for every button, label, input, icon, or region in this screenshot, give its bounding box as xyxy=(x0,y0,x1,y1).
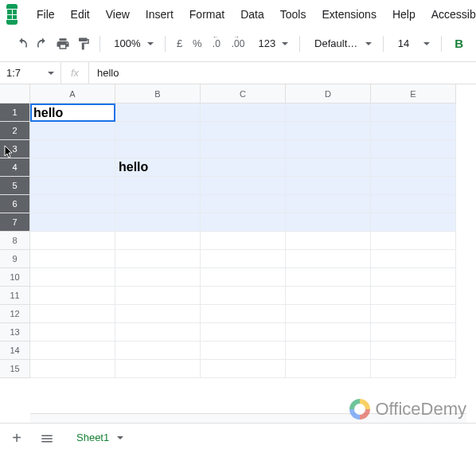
cell-E9[interactable] xyxy=(371,250,456,268)
cell-E14[interactable] xyxy=(371,342,456,360)
menu-accessibility[interactable]: Accessibility xyxy=(423,5,476,24)
menu-format[interactable]: Format xyxy=(181,5,232,24)
cell-E12[interactable] xyxy=(371,305,456,323)
cell-D6[interactable] xyxy=(286,195,371,213)
cell-C12[interactable] xyxy=(201,305,286,323)
cell-B2[interactable] xyxy=(115,122,201,140)
cell-C7[interactable] xyxy=(201,213,286,232)
cell-C9[interactable] xyxy=(201,250,286,268)
cell-A14[interactable] xyxy=(30,342,115,360)
zoom-dropdown[interactable]: 100% xyxy=(107,36,156,51)
cell-E7[interactable] xyxy=(371,213,456,232)
cell-B13[interactable] xyxy=(115,323,201,342)
cell-C4[interactable] xyxy=(201,158,286,177)
cell-A2[interactable] xyxy=(30,122,115,140)
cell-A15[interactable] xyxy=(30,360,115,378)
row-header-6[interactable]: 6 xyxy=(0,195,30,213)
column-header-D[interactable]: D xyxy=(286,84,371,103)
cell-D1[interactable] xyxy=(286,103,371,122)
cell-C2[interactable] xyxy=(201,122,286,140)
redo-button[interactable] xyxy=(35,34,51,53)
column-header-E[interactable]: E xyxy=(371,84,456,103)
cell-A5[interactable] xyxy=(30,177,115,195)
menu-data[interactable]: Data xyxy=(232,5,272,24)
cell-B5[interactable] xyxy=(115,177,201,195)
cell-A12[interactable] xyxy=(30,305,115,323)
cell-B6[interactable] xyxy=(115,195,201,213)
menu-insert[interactable]: Insert xyxy=(138,5,181,24)
cell-D14[interactable] xyxy=(286,342,371,360)
currency-button[interactable]: £ xyxy=(173,34,185,53)
cell-A11[interactable] xyxy=(30,287,115,305)
cell-C11[interactable] xyxy=(201,287,286,305)
cell-D5[interactable] xyxy=(286,177,371,195)
select-all-corner[interactable] xyxy=(0,84,30,103)
cell-D15[interactable] xyxy=(286,360,371,378)
paint-format-button[interactable] xyxy=(76,34,92,53)
cell-A1[interactable]: hello xyxy=(30,103,115,122)
cell-B4[interactable]: hello xyxy=(115,158,201,177)
cell-D13[interactable] xyxy=(286,323,371,342)
cell-E8[interactable] xyxy=(371,232,456,250)
cell-A10[interactable] xyxy=(30,268,115,287)
font-size-dropdown[interactable]: 14 xyxy=(392,36,433,51)
cell-B9[interactable] xyxy=(115,250,201,268)
cell-A6[interactable] xyxy=(30,195,115,213)
row-header-10[interactable]: 10 xyxy=(0,268,30,287)
cell-B14[interactable] xyxy=(115,342,201,360)
menu-view[interactable]: View xyxy=(98,5,138,24)
row-header-9[interactable]: 9 xyxy=(0,250,30,268)
cell-E1[interactable] xyxy=(371,103,456,122)
cell-B3[interactable] xyxy=(115,140,201,158)
cell-A8[interactable] xyxy=(30,232,115,250)
row-header-4[interactable]: 4 xyxy=(0,158,30,177)
row-header-1[interactable]: 1 xyxy=(0,103,30,122)
decrease-decimal-button[interactable]: .0← xyxy=(209,34,224,53)
cell-C6[interactable] xyxy=(201,195,286,213)
row-header-15[interactable]: 15 xyxy=(0,360,30,378)
cell-E3[interactable] xyxy=(371,140,456,158)
row-header-11[interactable]: 11 xyxy=(0,287,30,305)
cell-D11[interactable] xyxy=(286,287,371,305)
cell-A13[interactable] xyxy=(30,323,115,342)
menu-file[interactable]: File xyxy=(29,5,63,24)
cell-C3[interactable] xyxy=(201,140,286,158)
row-header-12[interactable]: 12 xyxy=(0,305,30,323)
cell-B11[interactable] xyxy=(115,287,201,305)
number-format-dropdown[interactable]: 123 xyxy=(252,36,292,51)
cell-A9[interactable] xyxy=(30,250,115,268)
formula-bar[interactable]: hello xyxy=(89,67,476,79)
cell-E15[interactable] xyxy=(371,360,456,378)
cell-D2[interactable] xyxy=(286,122,371,140)
cell-E6[interactable] xyxy=(371,195,456,213)
menu-extensions[interactable]: Extensions xyxy=(314,5,384,24)
column-header-C[interactable]: C xyxy=(201,84,286,103)
cell-C5[interactable] xyxy=(201,177,286,195)
cell-D9[interactable] xyxy=(286,250,371,268)
cell-B8[interactable] xyxy=(115,232,201,250)
print-button[interactable] xyxy=(55,34,71,53)
undo-button[interactable] xyxy=(14,34,30,53)
cell-E13[interactable] xyxy=(371,323,456,342)
row-header-5[interactable]: 5 xyxy=(0,177,30,195)
cell-A3[interactable] xyxy=(30,140,115,158)
column-header-B[interactable]: B xyxy=(115,84,201,103)
cell-E5[interactable] xyxy=(371,177,456,195)
row-header-3[interactable]: 3 xyxy=(0,140,30,158)
cell-E10[interactable] xyxy=(371,268,456,287)
name-box[interactable]: 1:7 xyxy=(0,67,60,79)
cell-C10[interactable] xyxy=(201,268,286,287)
cell-C14[interactable] xyxy=(201,342,286,360)
cell-A4[interactable] xyxy=(30,158,115,177)
cell-C13[interactable] xyxy=(201,323,286,342)
sheets-logo[interactable] xyxy=(6,4,18,25)
percent-button[interactable]: % xyxy=(191,34,204,53)
cell-B15[interactable] xyxy=(115,360,201,378)
increase-decimal-button[interactable]: .00→ xyxy=(229,34,248,53)
cell-E11[interactable] xyxy=(371,287,456,305)
cell-B7[interactable] xyxy=(115,213,201,232)
menu-tools[interactable]: Tools xyxy=(272,5,314,24)
cell-C8[interactable] xyxy=(201,232,286,250)
cell-B10[interactable] xyxy=(115,268,201,287)
row-header-7[interactable]: 7 xyxy=(0,213,30,232)
